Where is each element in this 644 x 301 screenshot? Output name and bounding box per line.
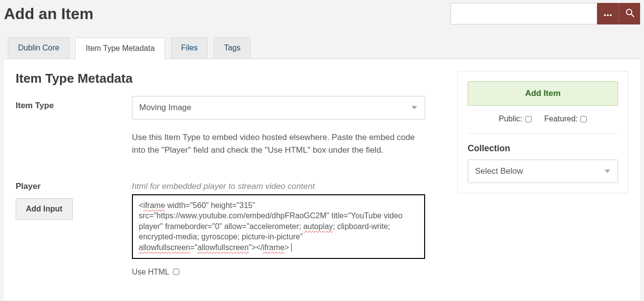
tab-bar: Dublin Core Item Type Metadata Files Tag… — [0, 37, 644, 59]
add-input-button[interactable]: Add Input — [16, 198, 73, 220]
tab-tags[interactable]: Tags — [214, 37, 251, 59]
featured-label: Featured: — [544, 115, 578, 123]
search-icon — [625, 8, 634, 20]
public-checkbox-wrap[interactable]: Public: — [499, 115, 532, 123]
search-input[interactable] — [451, 3, 597, 24]
main-panel: Item Type Metadata Item Type Moving Imag… — [4, 59, 640, 300]
item-type-select[interactable]: Moving Image — [132, 96, 425, 119]
featured-checkbox[interactable] — [580, 116, 587, 122]
search-options-button[interactable] — [597, 3, 619, 24]
search-submit-button[interactable] — [619, 3, 640, 24]
svg-point-1 — [607, 14, 609, 16]
svg-point-0 — [604, 14, 606, 16]
svg-point-2 — [610, 14, 612, 16]
item-type-help-text: Use this Item Type to embed video hosted… — [132, 131, 425, 157]
chevron-down-icon — [411, 106, 417, 110]
section-heading: Item Type Metadata — [16, 71, 440, 86]
ellipsis-icon — [603, 9, 612, 19]
player-help-text: html for embedded player to stream video… — [132, 182, 440, 191]
featured-checkbox-wrap[interactable]: Featured: — [544, 115, 587, 123]
search-cluster — [451, 3, 640, 24]
item-type-label: Item Type — [16, 96, 123, 111]
tab-dublin-core[interactable]: Dublin Core — [8, 37, 69, 59]
item-type-selected-value: Moving Image — [139, 103, 192, 113]
sidebar: Add Item Public: Featured: Collection Se… — [457, 71, 628, 193]
add-item-button[interactable]: Add Item — [468, 81, 618, 106]
collection-heading: Collection — [468, 143, 618, 154]
player-embed-textarea[interactable]: <iframe width="560" height="315" src="ht… — [133, 195, 424, 258]
player-label: Player — [16, 182, 123, 191]
use-html-checkbox[interactable] — [173, 269, 179, 275]
svg-line-4 — [631, 14, 634, 17]
form-column: Item Type Metadata Item Type Moving Imag… — [16, 71, 440, 280]
use-html-label: Use HTML — [132, 268, 169, 277]
tab-files[interactable]: Files — [171, 37, 208, 59]
chevron-down-icon — [604, 170, 610, 173]
collection-selected-value: Select Below — [475, 166, 523, 176]
tab-item-type-metadata[interactable]: Item Type Metadata — [75, 38, 165, 59]
public-checkbox[interactable] — [525, 116, 532, 122]
collection-select[interactable]: Select Below — [468, 160, 618, 183]
page-title: Add an Item — [4, 5, 93, 23]
public-label: Public: — [499, 115, 522, 123]
